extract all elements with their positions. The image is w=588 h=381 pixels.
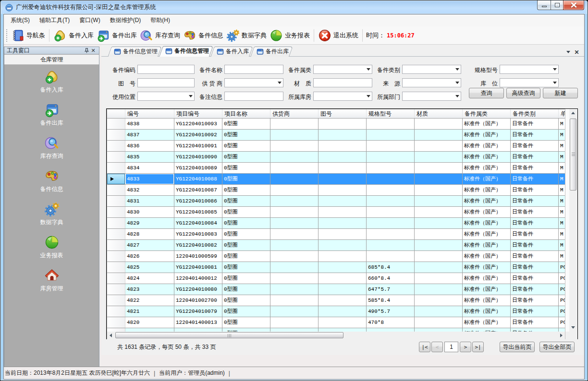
- cell-part-type[interactable]: 日常备件: [511, 273, 559, 284]
- cell-part-category[interactable]: 标准件（国产）: [463, 152, 511, 162]
- grid-header-id[interactable]: 编号: [125, 109, 174, 118]
- cell-spec-model[interactable]: [367, 328, 415, 332]
- row-selector-cell[interactable]: [107, 174, 125, 184]
- cell-material[interactable]: [415, 229, 463, 239]
- horizontal-scrollbar-thumb[interactable]: [115, 332, 343, 338]
- cell-part-category[interactable]: 标准件（国产）: [463, 174, 511, 184]
- cell-supplier[interactable]: [270, 306, 318, 317]
- cell-spec-model[interactable]: 470*8: [367, 317, 415, 328]
- cell-part-type[interactable]: 日常备件: [511, 207, 559, 217]
- cell-project-name[interactable]: 0型圈: [222, 284, 270, 295]
- toolbar-storage-out-button[interactable]: 备件出库: [95, 28, 138, 43]
- cell-figure-no[interactable]: [318, 240, 367, 250]
- menu-system[interactable]: 系统(S): [6, 14, 35, 26]
- cell-unit[interactable]: M: [559, 185, 565, 195]
- cell-part-category[interactable]: 标准件（国产）: [463, 317, 511, 328]
- cell-project-name[interactable]: 0型圈: [222, 262, 270, 273]
- cell-id[interactable]: 4834: [125, 163, 174, 173]
- cell-figure-no[interactable]: [318, 141, 367, 151]
- table-row[interactable]: 4833 YG12204010088 0型圈 标准件（国产） 日常备件: [107, 174, 565, 185]
- table-row[interactable]: 4831 YG12204010086 0型圈 标准件（国产） 日常备件: [107, 196, 565, 207]
- cell-part-type[interactable]: 日常备件: [511, 196, 559, 206]
- grid-header-part-category[interactable]: 备件属类: [463, 109, 511, 118]
- cell-project-code[interactable]: YG12204010089: [174, 163, 222, 173]
- cell-figure-no[interactable]: [318, 218, 367, 228]
- table-row[interactable]: 4829 YG12204010084 0型圈 标准件（国产） 日常备件: [107, 218, 565, 229]
- horizontal-scrollbar[interactable]: [107, 332, 565, 339]
- toolbar-navbar-button[interactable]: 导航条: [10, 28, 47, 43]
- cell-material[interactable]: [415, 141, 463, 151]
- table-row[interactable]: 4820 1220401400013 0型圈 470*8 标准件（国产） 日常备…: [107, 317, 565, 328]
- cell-id[interactable]: 4823: [125, 284, 174, 295]
- cell-project-name[interactable]: 0型圈: [222, 273, 270, 284]
- grid-header-project-code[interactable]: 项目编号: [174, 109, 222, 118]
- table-row[interactable]: 4827 YG12204010082 0型圈 标准件（国产） 日常备件: [107, 240, 565, 251]
- cell-part-type[interactable]: 日常备件: [511, 174, 559, 184]
- cell-project-name[interactable]: 0型圈: [222, 218, 270, 228]
- table-row[interactable]: 4819 0型圈 标准件（国产） 日常备件 PC: [107, 328, 565, 332]
- cell-figure-no[interactable]: [318, 295, 367, 306]
- page-number-input[interactable]: [444, 342, 458, 352]
- row-selector-cell[interactable]: [107, 185, 125, 195]
- tab-storage-out[interactable]: 备件出库: [252, 47, 291, 56]
- cell-project-name[interactable]: 0型圈: [222, 163, 270, 173]
- table-row[interactable]: 4823 YG12204010080 0型圈 647*5.7 标准件（国产） 日…: [107, 284, 565, 295]
- cell-spec-model[interactable]: 490*5.7: [367, 306, 415, 317]
- cell-part-category[interactable]: 标准件（国产）: [463, 218, 511, 228]
- figure-no-input[interactable]: [137, 78, 195, 87]
- cell-project-name[interactable]: 0型圈: [222, 295, 270, 306]
- cell-project-code[interactable]: YG12204010088: [174, 174, 222, 184]
- cell-supplier[interactable]: [270, 262, 318, 273]
- table-row[interactable]: 4832 YG12204010087 0型圈 标准件（国产） 日常备件: [107, 185, 565, 196]
- cell-part-type[interactable]: 日常备件: [511, 185, 559, 195]
- pushpin-icon[interactable]: [83, 47, 90, 54]
- table-row[interactable]: 4826 1220401000599 0型圈 标准件（国产） 日常备件: [107, 251, 565, 262]
- cell-unit[interactable]: M: [559, 218, 565, 228]
- cell-figure-no[interactable]: [318, 207, 367, 217]
- cell-part-type[interactable]: 日常备件: [511, 240, 559, 250]
- cell-supplier[interactable]: [270, 251, 318, 262]
- cell-material[interactable]: [415, 185, 463, 195]
- cell-material[interactable]: [415, 328, 463, 332]
- cell-supplier[interactable]: [270, 284, 318, 295]
- cell-material[interactable]: [415, 306, 463, 317]
- menu-tools[interactable]: 辅助工具(T): [35, 14, 74, 26]
- cell-material[interactable]: [415, 317, 463, 328]
- cell-project-code[interactable]: YG12204010080: [174, 284, 222, 295]
- cell-spec-model[interactable]: 647*5.7: [367, 284, 415, 295]
- grid-header-material[interactable]: 材质: [415, 109, 463, 118]
- cell-spec-model[interactable]: [367, 185, 415, 195]
- cell-supplier[interactable]: [270, 163, 318, 173]
- grid-header-part-type[interactable]: 备件类别: [511, 109, 559, 118]
- cell-figure-no[interactable]: [318, 229, 367, 239]
- sidebar-item-data-dict[interactable]: 数据字典: [4, 202, 99, 226]
- row-selector-cell[interactable]: [107, 163, 125, 173]
- new-button[interactable]: 新建: [543, 88, 578, 98]
- cell-project-name[interactable]: 0型圈: [222, 130, 270, 140]
- cell-project-code[interactable]: YG12204010093: [174, 119, 222, 129]
- cell-id[interactable]: 4825: [125, 262, 174, 273]
- row-selector-cell[interactable]: [107, 262, 125, 273]
- toolbar-grip[interactable]: [6, 29, 8, 42]
- cell-material[interactable]: [415, 273, 463, 284]
- tab-list-dropdown[interactable]: [564, 48, 572, 56]
- cell-spec-model[interactable]: 585*8.4: [367, 295, 415, 306]
- grid-header-unit[interactable]: 单位: [559, 109, 565, 118]
- query-button[interactable]: 查询: [469, 88, 504, 98]
- cell-spec-model[interactable]: [367, 251, 415, 262]
- table-row[interactable]: 4834 YG12204010089 0型圈 标准件（国产） 日常备件: [107, 163, 565, 174]
- panel-close-icon[interactable]: ✕: [90, 47, 97, 54]
- cell-project-code[interactable]: YG12204010082: [174, 240, 222, 250]
- cell-project-name[interactable]: 0型圈: [222, 207, 270, 217]
- sidebar-item-biz-report[interactable]: 业务报表: [4, 235, 99, 260]
- cell-unit[interactable]: PC: [559, 262, 565, 273]
- row-selector-cell[interactable]: [107, 229, 125, 239]
- cell-unit[interactable]: M: [559, 163, 565, 173]
- cell-spec-model[interactable]: [367, 196, 415, 206]
- toolbar-storage-in-button[interactable]: 备件入库: [52, 28, 95, 43]
- cell-part-type[interactable]: 日常备件: [511, 284, 559, 295]
- cell-project-code[interactable]: YG12204010087: [174, 185, 222, 195]
- spec-model-select[interactable]: [500, 65, 559, 74]
- cell-supplier[interactable]: [270, 152, 318, 162]
- cell-id[interactable]: 4832: [125, 185, 174, 195]
